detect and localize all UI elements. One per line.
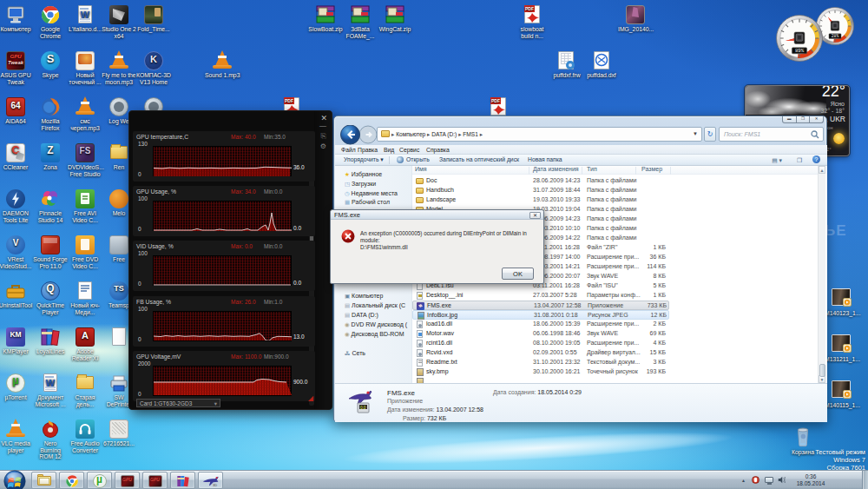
svg-text:89%: 89% xyxy=(795,48,805,54)
svg-text:28%: 28% xyxy=(832,34,839,38)
svg-text:3D: 3D xyxy=(213,483,217,487)
svg-text:0.0: 0.0 xyxy=(360,406,366,410)
